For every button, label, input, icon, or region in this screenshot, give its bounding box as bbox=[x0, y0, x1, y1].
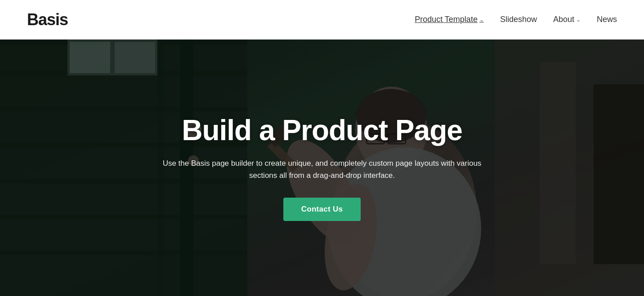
nav-item-about[interactable]: About ⌄ bbox=[553, 15, 581, 24]
nav-item-news[interactable]: News bbox=[597, 15, 617, 24]
chevron-down-icon: ⌄ bbox=[576, 17, 581, 23]
hero-title: Build a Product Page bbox=[160, 115, 484, 146]
nav-item-slideshow[interactable]: Slideshow bbox=[500, 15, 537, 24]
site-header: Basis Product Template ⌄ Slideshow About… bbox=[0, 0, 644, 40]
site-logo[interactable]: Basis bbox=[27, 10, 68, 29]
hero-content: Build a Product Page Use the Basis page … bbox=[151, 115, 493, 221]
main-nav: Product Template ⌄ Slideshow About ⌄ New… bbox=[415, 15, 617, 24]
hero-subtitle: Use the Basis page builder to create uni… bbox=[160, 157, 484, 181]
chevron-down-icon: ⌄ bbox=[479, 17, 484, 23]
nav-item-product-template[interactable]: Product Template ⌄ bbox=[415, 15, 484, 24]
contact-us-button[interactable]: Contact Us bbox=[283, 198, 361, 221]
hero-section: Build a Product Page Use the Basis page … bbox=[0, 40, 644, 296]
